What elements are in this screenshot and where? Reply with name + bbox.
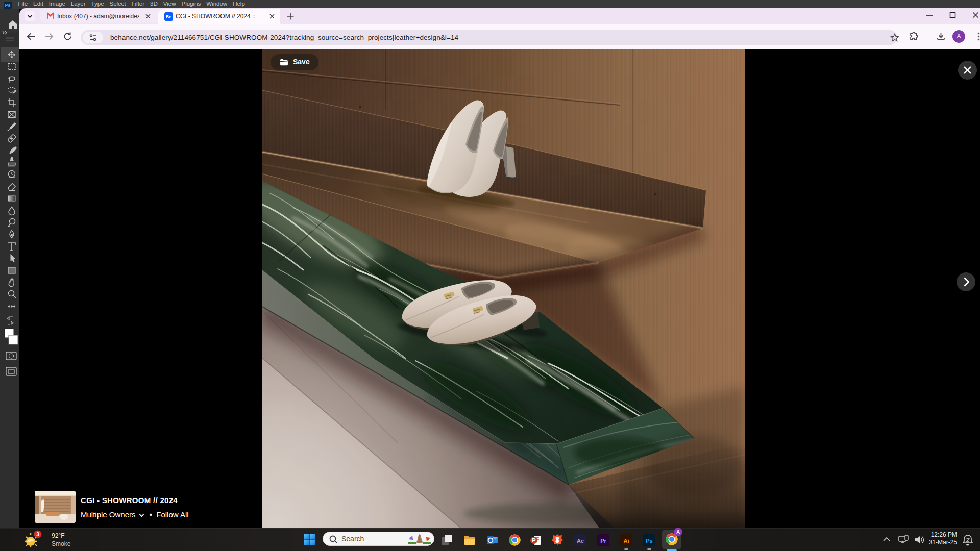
- svg-text:Ae: Ae: [577, 538, 584, 544]
- svg-text:3: 3: [36, 532, 39, 537]
- svg-text:Pr: Pr: [600, 538, 606, 544]
- svg-text:Ai: Ai: [624, 538, 629, 544]
- svg-text:Ps: Ps: [646, 538, 652, 544]
- svg-text:Be: Be: [166, 14, 172, 19]
- svg-text:P: P: [532, 537, 535, 543]
